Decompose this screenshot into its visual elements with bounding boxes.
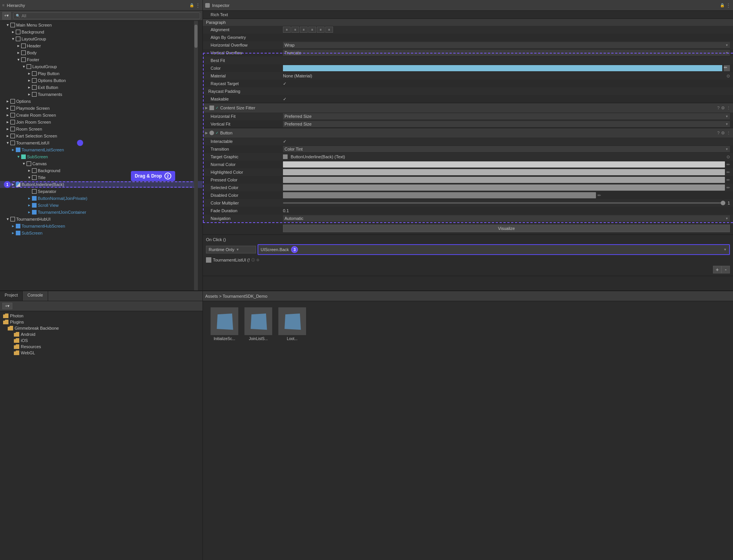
csf-settings-icon[interactable]: ⚙ <box>721 106 725 111</box>
highlighted-color-picker[interactable]: ✏ <box>726 170 730 175</box>
tree-item-create-room[interactable]: Create Room Screen <box>0 112 202 119</box>
tree-item-scroll-view[interactable]: Scroll View ► <box>0 202 202 209</box>
button-section-header[interactable]: ▶ ✓ Button ? ⚙ ⋮ <box>203 128 733 137</box>
add-hierarchy-button[interactable]: +▾ <box>2 12 11 20</box>
tree-item-header[interactable]: Header <box>0 42 202 49</box>
project-tab[interactable]: Project <box>0 291 23 301</box>
inspector-menu-dots[interactable]: ⋮ <box>726 3 731 8</box>
align-justify-btn[interactable]: ≡ <box>308 27 316 33</box>
pressed-color-value[interactable]: ✏ <box>283 177 730 183</box>
asset-item-0[interactable]: InitializeSc... <box>209 307 240 341</box>
align-bottom-btn[interactable]: ≡ <box>325 27 333 33</box>
normal-color-swatch[interactable] <box>283 161 725 168</box>
tree-item-room-screen[interactable]: Room Screen <box>0 126 202 132</box>
align-center-btn[interactable]: ≡ <box>291 27 299 33</box>
file-item-resources[interactable]: Resources <box>2 344 201 350</box>
fade-duration-row: Fade Duration 0.1 <box>203 207 733 215</box>
btn-menu-icon[interactable]: ⋮ <box>726 131 731 136</box>
maskable-check[interactable]: ✓ <box>283 97 286 102</box>
file-item-gimmebreak[interactable]: Gimmebreak Backbone <box>2 325 201 331</box>
tree-item-background[interactable]: Background <box>0 29 202 35</box>
tree-item-exit-button[interactable]: Exit Button <box>0 84 202 91</box>
pressed-color-picker[interactable]: ✏ <box>726 178 730 183</box>
selected-color-picker[interactable]: ✏ <box>726 185 730 190</box>
color-value[interactable]: ✏ <box>283 65 730 71</box>
asset-item-1[interactable]: JoinListS... <box>243 307 274 341</box>
tree-item-layoutgroup1[interactable]: LayoutGroup <box>0 35 202 42</box>
asset-item-2[interactable]: Loot... <box>277 307 308 341</box>
tree-item-subscreen1[interactable]: SubScreen ► <box>0 153 202 160</box>
interactable-check[interactable]: ✓ <box>283 139 286 144</box>
transition-dropdown[interactable]: Color Tint ▼ <box>283 146 730 152</box>
btn-help-icon[interactable]: ? <box>717 131 720 136</box>
alignment-buttons[interactable]: ≡ ≡ ≡ ≡ ≡ ≡ <box>283 27 333 33</box>
pressed-color-swatch[interactable] <box>283 177 725 183</box>
vertical-fit-dropdown[interactable]: Preferred Size ▼ <box>283 121 730 127</box>
align-right-btn[interactable]: ≡ <box>300 27 308 33</box>
tree-item-tournament-hub-ui[interactable]: TournamentHubUI <box>0 216 202 223</box>
tree-item-tournament-hub-screen[interactable]: TournamentHubScreen ► <box>0 223 202 230</box>
tree-item-tournament-list-ui[interactable]: TournamentListUI <box>0 139 202 146</box>
slider-thumb[interactable] <box>721 201 725 205</box>
color-picker-button[interactable]: ✏ <box>724 65 730 71</box>
csf-help-icon[interactable]: ? <box>717 106 720 111</box>
tree-item-play-button[interactable]: Play Button <box>0 70 202 77</box>
normal-color-picker[interactable]: ✏ <box>726 162 730 167</box>
hierarchy-scroll-thumb[interactable] <box>194 25 197 48</box>
file-item-android[interactable]: Android <box>2 331 201 337</box>
normal-color-value[interactable]: ✏ <box>283 161 730 168</box>
tree-item-button-normal-join[interactable]: ButtonNormal(JoinPrivate) ► <box>0 195 202 202</box>
runtime-only-dropdown[interactable]: Runtime Only ▼ <box>206 246 256 253</box>
tree-item-tournaments[interactable]: Tournaments <box>0 91 202 98</box>
tree-item-layoutgroup2[interactable]: LayoutGroup <box>0 63 202 70</box>
tree-item-canvas[interactable]: Canvas <box>0 160 202 167</box>
add-onclick-button[interactable]: + <box>713 266 721 273</box>
color-multiplier-slider[interactable] <box>283 202 725 204</box>
tree-item-button-underline-back[interactable]: 1 ButtonUnderline(Back) ► <box>0 181 202 188</box>
tree-item-separator[interactable]: Separator <box>0 188 202 195</box>
file-item-photon[interactable]: Photon <box>2 313 201 319</box>
tree-item-join-room[interactable]: Join Room Screen <box>0 119 202 126</box>
tree-item-options-button[interactable]: Options Button <box>0 77 202 84</box>
file-item-webgl[interactable]: WebGL <box>2 350 201 356</box>
align-top-btn[interactable]: ≡ <box>317 27 325 33</box>
tree-item-tournament-join[interactable]: TournamentJoinContainer ► <box>0 209 202 216</box>
content-size-fitter-header[interactable]: ▶ ✓ Content Size Fitter ? ⚙ ⋮ <box>203 103 733 112</box>
tree-item-main-menu-screen[interactable]: Main Menu Screen <box>0 22 202 29</box>
tree-item-kart-selection[interactable]: Kart Selection Screen <box>0 132 202 139</box>
highlighted-color-value[interactable]: ✏ <box>283 169 730 175</box>
tree-item-tournament-list-screen[interactable]: TournamentListScreen ► <box>0 146 202 153</box>
btn-settings-icon[interactable]: ⚙ <box>721 131 725 136</box>
material-picker-icon[interactable]: ⊙ <box>726 74 730 79</box>
tree-item-playmode[interactable]: Playmode Screen <box>0 105 202 112</box>
tournament-info-icon[interactable]: ⓘ <box>251 258 255 263</box>
remove-onclick-button[interactable]: - <box>721 266 730 273</box>
horizontal-fit-dropdown[interactable]: Preferred Size ▼ <box>283 113 730 119</box>
hierarchy-menu-dots[interactable]: ⋮ <box>196 3 200 8</box>
horizontal-overflow-dropdown[interactable]: Wrap ▼ <box>283 42 730 48</box>
target-graphic-picker[interactable]: ⊙ <box>726 154 730 159</box>
tree-item-subscreen2[interactable]: SubScreen ► <box>0 230 202 236</box>
selected-color-swatch[interactable] <box>283 184 725 191</box>
disabled-color-swatch[interactable] <box>283 192 596 198</box>
disabled-color-value[interactable]: ✏ <box>283 192 730 198</box>
csf-menu-icon[interactable]: ⋮ <box>726 106 731 111</box>
disabled-color-picker[interactable]: ✏ <box>597 193 601 198</box>
color-swatch[interactable] <box>283 65 722 71</box>
file-item-ios[interactable]: iOS <box>2 337 201 344</box>
visualize-button[interactable]: Visualize <box>283 225 730 232</box>
raycast-target-check[interactable]: ✓ <box>283 81 286 86</box>
highlighted-color-swatch[interactable] <box>283 169 725 175</box>
hierarchy-scrollbar[interactable] <box>194 21 198 290</box>
vertical-overflow-dropdown[interactable]: Truncate ▼ <box>283 50 730 56</box>
align-left-btn[interactable]: ≡ <box>283 27 291 33</box>
console-tab[interactable]: Console <box>23 291 48 301</box>
uiscreen-back-field[interactable]: UIScreen.Back 3 ▼ <box>258 244 730 255</box>
tree-item-body[interactable]: Body <box>0 49 202 56</box>
navigation-dropdown[interactable]: Automatic ▼ <box>283 215 730 221</box>
tree-item-footer[interactable]: Footer <box>0 56 202 63</box>
tree-item-options[interactable]: Options <box>0 98 202 105</box>
selected-color-value[interactable]: ✏ <box>283 184 730 191</box>
project-add-button[interactable]: +▾ <box>2 303 12 309</box>
file-item-plugins[interactable]: Plugins <box>2 319 201 325</box>
